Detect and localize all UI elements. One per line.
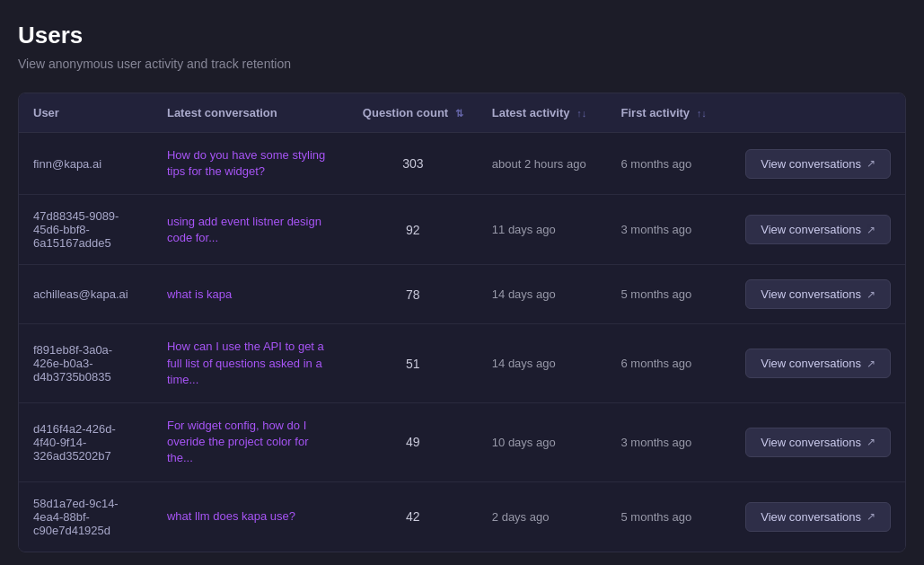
col-header-user: User	[19, 93, 153, 133]
sort-icon-question-count: ⇅	[455, 108, 463, 119]
external-link-icon: ↗	[867, 224, 876, 236]
user-cell: 47d88345-9089-45d6-bbf8-6a15167adde5	[19, 195, 153, 265]
col-header-latest-conversation: Latest conversation	[153, 93, 348, 133]
first-activity-cell: 6 months ago	[607, 133, 732, 195]
col-header-latest-activity[interactable]: Latest activity ↑↓	[478, 93, 607, 133]
conversation-link[interactable]: using add event listner design code for.…	[167, 215, 321, 244]
col-header-question-count[interactable]: Question count ⇅	[348, 93, 478, 133]
user-cell: finn@kapa.ai	[19, 133, 153, 195]
latest-activity-cell: 10 days ago	[478, 402, 607, 481]
sort-icon-first-activity: ↑↓	[697, 108, 707, 119]
col-header-action	[731, 93, 905, 133]
conversation-link[interactable]: what llm does kapa use?	[167, 509, 295, 523]
user-cell: d416f4a2-426d-4f40-9f14-326ad35202b7	[19, 402, 153, 481]
latest-activity-cell: about 2 hours ago	[478, 133, 607, 195]
view-conversations-button[interactable]: View conversations ↗	[745, 349, 891, 378]
user-cell: f891eb8f-3a0a-426e-b0a3-d4b3735b0835	[19, 324, 153, 403]
conversation-link[interactable]: How can I use the API to get a full list…	[167, 340, 324, 385]
external-link-icon: ↗	[867, 288, 876, 301]
view-conversations-button[interactable]: View conversations ↗	[745, 215, 891, 244]
table-row: d416f4a2-426d-4f40-9f14-326ad35202b7 For…	[19, 402, 905, 481]
latest-activity-cell: 11 days ago	[478, 195, 607, 265]
action-cell: View conversations ↗	[731, 402, 905, 481]
table-row: f891eb8f-3a0a-426e-b0a3-d4b3735b0835 How…	[19, 324, 905, 403]
users-table-container: User Latest conversation Question count …	[18, 93, 906, 552]
user-cell: achilleas@kapa.ai	[19, 265, 153, 324]
table-row: 58d1a7ed-9c14-4ea4-88bf-c90e7d41925d wha…	[19, 481, 905, 552]
table-row: finn@kapa.ai How do you have some stylin…	[19, 133, 905, 195]
table-header-row: User Latest conversation Question count …	[19, 93, 905, 133]
first-activity-cell: 3 months ago	[607, 195, 732, 265]
question-count-cell: 78	[348, 265, 478, 324]
latest-activity-cell: 2 days ago	[478, 481, 607, 552]
conversation-cell: using add event listner design code for.…	[153, 195, 348, 265]
conversation-link[interactable]: How do you have some styling tips for th…	[167, 148, 325, 178]
question-count-cell: 49	[348, 402, 478, 481]
question-count-cell: 92	[348, 195, 478, 265]
action-cell: View conversations ↗	[731, 324, 905, 403]
conversation-cell: How can I use the API to get a full list…	[153, 324, 348, 403]
external-link-icon: ↗	[867, 510, 876, 523]
latest-activity-cell: 14 days ago	[478, 265, 607, 324]
conversation-cell: what llm does kapa use?	[153, 481, 348, 552]
action-cell: View conversations ↗	[731, 481, 905, 552]
view-conversations-button[interactable]: View conversations ↗	[745, 279, 891, 309]
action-cell: View conversations ↗	[731, 265, 905, 324]
first-activity-cell: 6 months ago	[607, 324, 732, 403]
action-cell: View conversations ↗	[731, 195, 905, 265]
users-table: User Latest conversation Question count …	[19, 93, 905, 552]
view-conversations-button[interactable]: View conversations ↗	[745, 149, 891, 179]
conversation-cell: How do you have some styling tips for th…	[153, 133, 348, 195]
conversation-link[interactable]: For widget config, how do I overide the …	[167, 419, 309, 464]
external-link-icon: ↗	[867, 358, 876, 370]
conversation-cell: For widget config, how do I overide the …	[153, 402, 348, 481]
latest-activity-cell: 14 days ago	[478, 324, 607, 403]
conversation-link[interactable]: what is kapa	[167, 287, 232, 301]
question-count-cell: 303	[348, 133, 478, 195]
table-row: achilleas@kapa.ai what is kapa 78 14 day…	[19, 265, 905, 324]
question-count-cell: 51	[348, 324, 478, 403]
page-title: Users	[18, 22, 906, 49]
first-activity-cell: 5 months ago	[607, 481, 732, 552]
col-header-first-activity[interactable]: First activity ↑↓	[607, 93, 732, 133]
first-activity-cell: 3 months ago	[607, 402, 732, 481]
view-conversations-button[interactable]: View conversations ↗	[745, 502, 891, 532]
external-link-icon: ↗	[867, 436, 876, 448]
conversation-cell: what is kapa	[153, 265, 348, 324]
question-count-cell: 42	[348, 481, 478, 552]
action-cell: View conversations ↗	[731, 133, 905, 195]
first-activity-cell: 5 months ago	[607, 265, 732, 324]
view-conversations-button[interactable]: View conversations ↗	[745, 428, 891, 457]
sort-icon-latest-activity: ↑↓	[576, 108, 586, 119]
table-row: 47d88345-9089-45d6-bbf8-6a15167adde5 usi…	[19, 195, 905, 265]
page-subtitle: View anonymous user activity and track r…	[18, 57, 906, 71]
external-link-icon: ↗	[867, 157, 876, 170]
user-cell: 58d1a7ed-9c14-4ea4-88bf-c90e7d41925d	[19, 481, 153, 552]
